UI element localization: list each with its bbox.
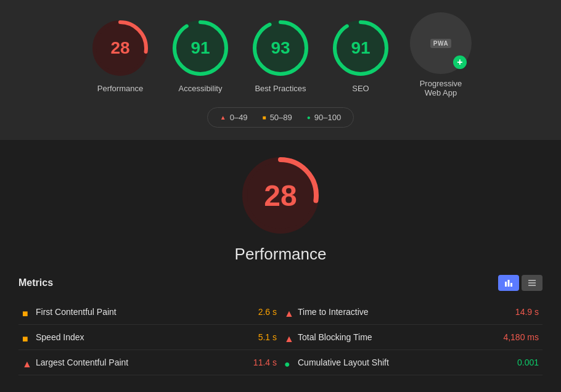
svg-rect-19 — [528, 282, 536, 284]
legend-fail-range: 0–49 — [230, 113, 248, 122]
metric-row-cls: ● Cumulative Layout Shift 0.001 — [280, 350, 543, 375]
big-performance-score: 28 — [264, 179, 297, 213]
metric-row-tti: ▲ Time to Interactive 14.9 s — [280, 300, 543, 325]
best-practices-score: 93 — [271, 38, 290, 58]
legend-item-fail: ▲ 0–49 — [220, 113, 248, 122]
lcp-icon: ▲ — [22, 359, 30, 366]
big-score-container: 28 — [18, 152, 543, 239]
score-item-accessibility[interactable]: 91 Accessibility — [170, 17, 231, 93]
performance-label: Performance — [97, 84, 143, 93]
pwa-badge: PWA — [430, 39, 451, 48]
bar-chart-icon — [504, 279, 513, 287]
svg-rect-20 — [528, 285, 536, 286]
cls-name: Cumulative Layout Shift — [298, 357, 511, 367]
seo-label: SEO — [352, 84, 369, 93]
tti-value: 14.9 s — [515, 307, 539, 317]
tbt-icon: ▲ — [284, 333, 292, 341]
score-item-best-practices[interactable]: 93 Best Practices — [250, 17, 311, 93]
metric-row-tbt: ▲ Total Blocking Time 4,180 ms — [280, 325, 543, 350]
svg-rect-15 — [505, 282, 507, 287]
legend-item-pass: ● 90–100 — [307, 113, 341, 122]
cls-value: 0.001 — [517, 357, 539, 367]
performance-circle: 28 — [89, 17, 151, 79]
fcp-name: First Contentful Paint — [36, 307, 252, 317]
scores-row: 28 Performance 91 Accessibility — [89, 12, 472, 97]
score-item-seo[interactable]: 91 SEO — [330, 17, 391, 93]
cls-icon: ● — [284, 359, 292, 366]
metrics-label: Metrics — [18, 277, 53, 288]
si-value: 5.1 s — [258, 332, 277, 342]
svg-rect-17 — [510, 283, 512, 287]
si-name: Speed Index — [36, 332, 252, 342]
performance-score: 28 — [110, 38, 129, 58]
accessibility-circle: 91 — [170, 17, 231, 79]
lcp-value: 11.4 s — [253, 357, 277, 367]
svg-rect-16 — [508, 280, 510, 287]
pass-icon: ● — [307, 114, 311, 121]
tbt-name: Total Blocking Time — [298, 332, 497, 342]
pwa-plus-icon: + — [453, 55, 467, 69]
accessibility-label: Accessibility — [179, 84, 223, 93]
score-item-pwa[interactable]: PWA + ProgressiveWeb App — [410, 12, 472, 97]
performance-title: Performance — [18, 245, 543, 264]
metric-row-lcp: ▲ Largest Contentful Paint 11.4 s — [18, 350, 280, 375]
fcp-value: 2.6 s — [258, 307, 277, 317]
view-toggle — [498, 275, 543, 291]
list-icon — [528, 279, 536, 287]
lcp-name: Largest Contentful Paint — [36, 357, 247, 367]
big-performance-circle: 28 — [237, 152, 324, 239]
legend-average-range: 50–89 — [270, 113, 292, 122]
seo-circle: 91 — [330, 17, 391, 79]
bottom-section: 28 Performance Metrics — [0, 140, 561, 388]
score-item-performance[interactable]: 28 Performance — [89, 17, 151, 93]
metrics-grid: ■ First Contentful Paint 2.6 s ▲ Time to… — [18, 300, 543, 375]
pwa-label: ProgressiveWeb App — [420, 79, 462, 97]
pwa-circle: PWA + — [410, 12, 472, 74]
tti-name: Time to Interactive — [298, 307, 509, 317]
metrics-header: Metrics — [18, 275, 543, 291]
metric-row-fcp: ■ First Contentful Paint 2.6 s — [18, 300, 280, 325]
fcp-icon: ■ — [22, 308, 30, 316]
seo-score: 91 — [351, 38, 370, 58]
metric-row-si: ■ Speed Index 5.1 s — [18, 325, 280, 350]
toggle-list-view-button[interactable] — [522, 275, 543, 291]
best-practices-label: Best Practices — [255, 84, 306, 93]
svg-rect-18 — [528, 280, 536, 281]
fail-icon: ▲ — [220, 114, 226, 121]
legend-pass-range: 90–100 — [314, 113, 341, 122]
accessibility-score: 91 — [190, 38, 210, 58]
average-icon: ■ — [263, 114, 266, 121]
tbt-value: 4,180 ms — [503, 332, 539, 342]
top-section: 28 Performance 91 Accessibility — [0, 0, 561, 140]
toggle-bar-chart-button[interactable] — [498, 275, 519, 291]
si-icon: ■ — [22, 333, 30, 341]
tti-icon: ▲ — [284, 308, 292, 316]
legend-item-average: ■ 50–89 — [263, 113, 292, 122]
best-practices-circle: 93 — [250, 17, 311, 79]
legend-row: ▲ 0–49 ■ 50–89 ● 90–100 — [207, 107, 354, 128]
